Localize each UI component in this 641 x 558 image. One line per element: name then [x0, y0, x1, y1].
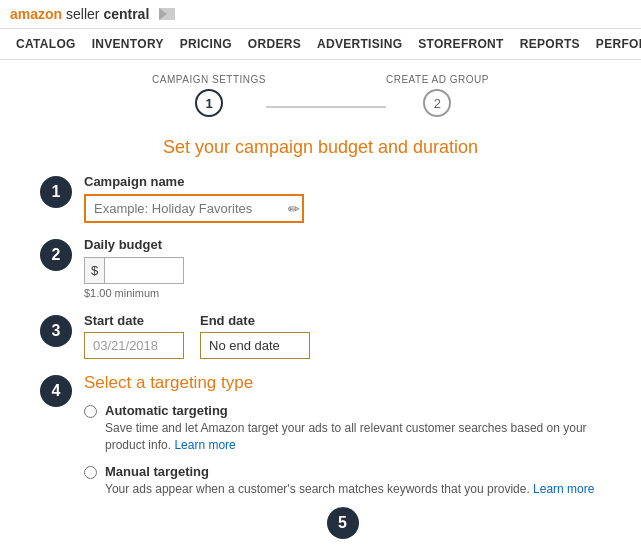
- daily-budget-input[interactable]: [104, 257, 184, 284]
- step-num-1: 1: [40, 176, 72, 208]
- main-content: Set your campaign budget and duration 1 …: [0, 127, 641, 558]
- logo-seller: seller: [66, 6, 99, 22]
- campaign-name-step: 1 Campaign name ✏: [40, 174, 601, 223]
- end-date-input[interactable]: [200, 332, 310, 359]
- manual-targeting-radio[interactable]: [84, 466, 97, 479]
- dates-content: Start date End date: [84, 313, 601, 359]
- daily-budget-label: Daily budget: [84, 237, 601, 252]
- step-group-1: CAMPAIGN SETTINGS 1: [152, 74, 266, 117]
- dollar-sign: $: [84, 257, 104, 284]
- start-date-field: Start date: [84, 313, 184, 359]
- auto-targeting-title: Automatic targeting: [105, 403, 601, 418]
- logo: amazon seller central: [10, 6, 149, 22]
- step1-label: CAMPAIGN SETTINGS: [152, 74, 266, 85]
- dates-step: 3 Start date End date: [40, 313, 601, 359]
- manual-targeting-content: Manual targeting Your ads appear when a …: [105, 464, 594, 498]
- flag-icon: [159, 8, 175, 20]
- steps-header: CAMPAIGN SETTINGS 1 CREATE AD GROUP 2: [0, 60, 641, 127]
- nav-advertising[interactable]: ADVERTISING: [309, 29, 410, 59]
- nav-orders[interactable]: ORDERS: [240, 29, 309, 59]
- step-num-5: 5: [327, 507, 359, 539]
- manual-targeting-title: Manual targeting: [105, 464, 594, 479]
- auto-targeting-content: Automatic targeting Save time and let Am…: [105, 403, 601, 454]
- manual-targeting-desc: Your ads appear when a customer's search…: [105, 481, 594, 498]
- logo-central: central: [103, 6, 149, 22]
- campaign-name-input[interactable]: [84, 194, 304, 223]
- step-line: [266, 106, 386, 108]
- step2-label: CREATE AD GROUP: [386, 74, 489, 85]
- date-group: Start date End date: [84, 313, 601, 359]
- auto-targeting-desc: Save time and let Amazon target your ads…: [105, 420, 601, 454]
- top-bar: amazon seller central: [0, 0, 641, 29]
- start-date-input[interactable]: [84, 332, 184, 359]
- logo-amazon: amazon: [10, 6, 62, 22]
- step-group-2: CREATE AD GROUP 2: [386, 74, 489, 117]
- nav-reports[interactable]: REPORTS: [512, 29, 588, 59]
- targeting-step: 4 Select a targeting type Automatic targ…: [40, 373, 601, 539]
- auto-targeting-option: Automatic targeting Save time and let Am…: [84, 403, 601, 454]
- step1-circle: 1: [195, 89, 223, 117]
- step-num-4: 4: [40, 375, 72, 407]
- nav-performance[interactable]: PERFORMANCE: [588, 29, 641, 59]
- daily-budget-content: Daily budget $ $1.00 minimum: [84, 237, 601, 299]
- campaign-name-content: Campaign name ✏: [84, 174, 601, 223]
- budget-section-title: Set your campaign budget and duration: [40, 137, 601, 158]
- auto-targeting-learn-more[interactable]: Learn more: [174, 438, 235, 452]
- campaign-name-label: Campaign name: [84, 174, 601, 189]
- targeting-content: Select a targeting type Automatic target…: [84, 373, 601, 539]
- end-date-label: End date: [200, 313, 310, 328]
- budget-hint: $1.00 minimum: [84, 287, 601, 299]
- step2-circle: 2: [423, 89, 451, 117]
- targeting-title: Select a targeting type: [84, 373, 601, 393]
- nav-pricing[interactable]: PRICING: [172, 29, 240, 59]
- daily-budget-step: 2 Daily budget $ $1.00 minimum: [40, 237, 601, 299]
- start-date-label: Start date: [84, 313, 184, 328]
- step-num-3: 3: [40, 315, 72, 347]
- nav-catalog[interactable]: CATALOG: [8, 29, 84, 59]
- manual-targeting-option: Manual targeting Your ads appear when a …: [84, 464, 601, 498]
- nav-inventory[interactable]: INVENTORY: [84, 29, 172, 59]
- auto-targeting-radio[interactable]: [84, 405, 97, 418]
- edit-icon: ✏: [288, 201, 300, 217]
- step-num-2: 2: [40, 239, 72, 271]
- campaign-name-wrapper: ✏: [84, 194, 304, 223]
- end-date-field: End date: [200, 313, 310, 359]
- main-nav: CATALOG INVENTORY PRICING ORDERS ADVERTI…: [0, 29, 641, 60]
- manual-targeting-learn-more[interactable]: Learn more: [533, 482, 594, 496]
- nav-storefront[interactable]: STOREFRONT: [410, 29, 511, 59]
- budget-input-group: $: [84, 257, 601, 284]
